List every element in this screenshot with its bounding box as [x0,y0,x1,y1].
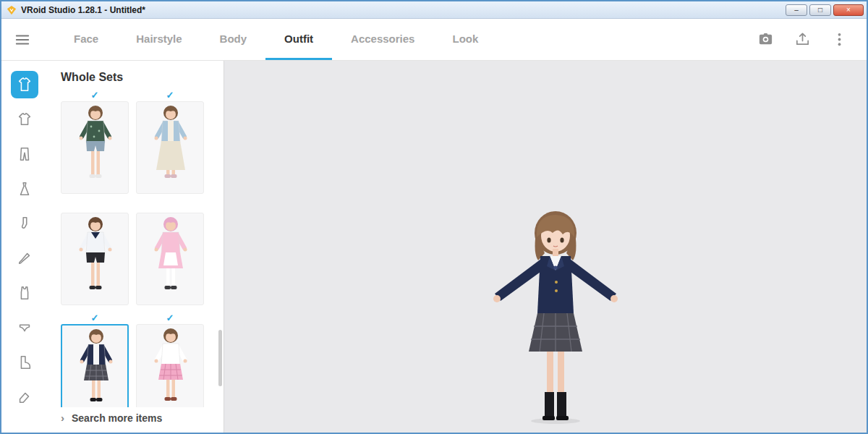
chevron-right-icon: › [61,412,64,424]
underwear-icon [17,320,33,336]
brush-icon [17,250,33,266]
main-toolbar: FaceHairstyleBodyOutfitAccessoriesLook [1,19,867,61]
equipped-check-icon: ✓ [61,312,129,324]
items-panel: Whole Sets ✓✓✓✓ › Search more items [48,61,224,433]
outfit-item [61,201,129,305]
outfit-thumb-4[interactable] [61,324,129,417]
outfit-set-icon [17,77,33,93]
close-button[interactable]: × [833,4,864,16]
outfit-grid: ✓✓✓✓ [61,90,224,417]
editor-tabs: FaceHairstyleBodyOutfitAccessoriesLook [55,19,497,60]
sidebar-item-sock[interactable] [11,210,38,237]
sidebar-item-outfit-set[interactable] [11,71,38,98]
search-more-link[interactable]: › Search more items [61,407,218,424]
equipped-check-icon [61,201,129,213]
vroid-logo-icon [7,5,17,15]
outfit-item: ✓ [61,90,129,194]
outfit-item: ✓ [61,312,129,417]
sidebar-item-shoe[interactable] [11,349,38,376]
tab-hairstyle[interactable]: Hairstyle [117,19,200,60]
sidebar-item-tank-top[interactable] [11,279,38,307]
equipped-check-icon: ✓ [136,90,204,101]
category-rail [1,61,48,433]
dress-icon [17,181,33,197]
outfit-thumb-1[interactable] [136,101,204,194]
sidebar-item-eraser[interactable] [11,383,38,411]
sidebar-item-brush[interactable] [11,244,38,272]
camera-icon[interactable] [757,31,774,48]
panel-scrollbar[interactable] [218,330,222,386]
tab-face[interactable]: Face [55,19,117,60]
outfit-item: ✓ [136,312,204,417]
character-model [483,208,628,425]
panel-title: Whole Sets [61,71,224,84]
outfit-item: ✓ [136,90,204,194]
toolbar-actions [757,31,854,48]
sock-icon [17,216,33,231]
outfit-thumb-5[interactable] [136,324,204,417]
window-titlebar: VRoid Studio 1.28.1 - Untitled* –□× [1,1,867,19]
tab-body[interactable]: Body [201,19,266,60]
vroid-studio-window: VRoid Studio 1.28.1 - Untitled* –□× Face… [0,0,868,434]
window-controls: –□× [786,4,864,16]
equipped-check-icon [136,201,204,213]
maximize-button[interactable]: □ [809,4,831,16]
tab-outfit[interactable]: Outfit [265,19,332,60]
main-content: Whole Sets ✓✓✓✓ › Search more items [1,61,867,433]
sidebar-item-bottoms[interactable] [11,140,38,168]
more-icon[interactable] [831,31,848,48]
tab-look[interactable]: Look [433,19,497,60]
tab-accessories[interactable]: Accessories [332,19,433,60]
sidebar-item-tops[interactable] [11,106,38,133]
tops-icon [17,111,33,127]
sidebar-item-dress[interactable] [11,175,38,203]
outfit-thumb-3[interactable] [136,213,204,305]
search-more-label: Search more items [72,412,162,424]
window-title: VRoid Studio 1.28.1 - Untitled* [21,5,145,15]
outfit-thumb-0[interactable] [61,101,129,194]
outfit-item [136,201,204,305]
bottoms-icon [17,146,33,162]
sidebar-item-underwear[interactable] [11,314,38,341]
tank-top-icon [17,285,33,301]
hamburger-menu-icon[interactable] [14,32,30,48]
outfit-thumb-2[interactable] [61,213,129,305]
equipped-check-icon: ✓ [136,312,204,324]
minimize-button[interactable]: – [786,4,807,16]
viewport-3d[interactable] [224,61,867,433]
export-icon[interactable] [794,31,811,48]
equipped-check-icon: ✓ [61,90,129,101]
eraser-icon [17,389,33,405]
shoe-icon [17,354,33,370]
